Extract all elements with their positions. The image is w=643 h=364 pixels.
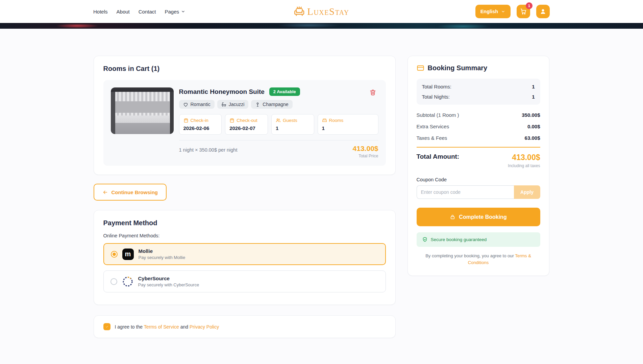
agreement-text: I agree to the Terms of Service and Priv… [115,324,219,330]
room-total-price: 413.00$ [353,145,378,153]
total-amount-value: 413.00$ [512,153,540,162]
payment-method-card: Payment Method Online Payment Methods: m… [94,210,396,305]
cybersource-description: Pay securely with CyberSource [138,282,199,287]
lock-icon [450,214,455,220]
payment-method-title: Payment Method [103,219,386,227]
payment-option-cybersource[interactable]: CyberSource Pay securely with CyberSourc… [103,270,386,292]
subtotal-row: Subtotal (1 Room ) 350.00$ [417,112,540,118]
calendar-icon [229,118,234,123]
mollie-logo: m [122,249,134,260]
logo[interactable]: LuxeStay [294,6,349,17]
cybersource-name: CyberSource [138,276,199,281]
totals-box: Total Rooms: 1 Total Nights: 1 [417,79,540,105]
rooms-in-cart-title: Rooms in Cart (1) [103,65,386,73]
cybersource-radio[interactable] [110,278,117,285]
summary-terms-note: By completing your booking, you agree to… [417,253,540,266]
tag-jacuzzi: Jacuzzi [217,100,249,109]
sofa-logo-icon [294,6,304,17]
main-nav: Hotels About Contact Pages [93,9,186,15]
booking-summary-card: Booking Summary Total Rooms: 1 Total Nig… [407,56,549,276]
nav-item-hotels[interactable]: Hotels [93,9,108,15]
summary-divider [417,147,540,148]
checkout-value: 2026-02-07 [229,125,264,131]
total-amount-note: Including all taxes [417,163,540,168]
price-note: 1 night × 350.00$ per night [179,145,238,153]
summary-terms-prefix: By completing your booking, you agree to… [425,253,515,258]
booking-summary-title: Booking Summary [428,64,488,72]
cart-badge: 1 [526,2,533,9]
extra-services-label: Extra Services [417,124,449,129]
language-button[interactable]: English [475,5,511,18]
room-tags: Romantic Jacuzzi Champagne [179,100,378,109]
cart-icon [520,8,527,15]
payment-option-mollie[interactable]: m Mollie Pay securely with Mollie [103,243,386,265]
check-icon [105,324,108,329]
calendar-icon [183,118,189,123]
rooms-value: 1 [322,125,374,131]
tag-label: Romantic [191,102,211,107]
cybersource-logo [122,276,133,287]
taxes-fees-label: Taxes & Fees [417,135,447,141]
tag-romantic: Romantic [179,100,215,109]
subtotal-value: 350.00$ [522,112,540,118]
coupon-group: Apply [417,185,540,199]
tag-champagne: Champagne [251,100,292,109]
nav-item-pages-label: Pages [165,9,179,15]
header-actions: English 1 [475,5,550,18]
checkin-field: Check-in 2026-02-06 [179,114,222,135]
total-nights-row: Total Nights: 1 [422,94,535,100]
guests-value: 1 [276,125,310,131]
nav-item-about[interactable]: About [117,9,130,15]
checkout-field: Check-out 2026-02-07 [225,114,268,135]
agreement-card: I agree to the Terms of Service and Priv… [94,315,396,338]
mollie-description: Pay securely with Mollie [139,255,186,260]
language-label: English [480,9,498,14]
room-name: Romantic Honeymoon Suite [179,88,265,96]
complete-booking-button[interactable]: Complete Booking [417,208,540,226]
secure-booking-box: Secure booking guaranteed [417,232,540,247]
trash-icon [369,89,376,96]
secure-booking-text: Secure booking guaranteed [431,237,487,242]
total-rooms-row: Total Rooms: 1 [422,84,535,89]
nav-item-contact[interactable]: Contact [139,9,156,15]
guests-field: Guests 1 [271,114,314,135]
coupon-input[interactable] [417,185,514,199]
total-rooms-value: 1 [532,84,535,89]
nav-item-pages[interactable]: Pages [165,9,186,15]
coupon-code-label: Coupon Code [417,177,540,182]
taxes-fees-value: 63.00$ [525,135,540,141]
cart-button[interactable]: 1 [517,5,530,18]
hero-image-strip [0,23,643,29]
extra-services-row: Extra Services 0.00$ [417,124,540,129]
shield-check-icon [422,237,428,242]
rooms-in-cart-card: Rooms in Cart (1) Romantic Honeymoon Sui… [94,56,396,175]
taxes-fees-row: Taxes & Fees 63.00$ [417,135,540,141]
tag-label: Jacuzzi [229,102,245,107]
total-amount-label: Total Amount: [417,153,460,160]
credit-card-icon [417,64,424,72]
extra-services-value: 0.00$ [527,124,540,129]
remove-room-button[interactable] [369,88,377,97]
heart-icon [183,102,188,107]
room-cart-item: Romantic Honeymoon Suite 2 Available Rom… [103,80,386,166]
mollie-radio[interactable] [111,251,118,258]
privacy-policy-link[interactable]: Privacy Policy [190,324,219,330]
rooms-label: Rooms [329,118,344,123]
booking-fields: Check-in 2026-02-06 Check-out 2026-02-07 [179,114,378,135]
arrow-left-icon [102,189,108,195]
apply-coupon-button[interactable]: Apply [514,185,540,199]
profile-button[interactable] [536,5,550,18]
continue-browsing-button[interactable]: Continue Browsing [94,184,167,201]
total-rooms-label: Total Rooms: [422,84,452,89]
payment-subtitle: Online Payment Methods: [103,233,386,238]
total-nights-value: 1 [532,94,535,100]
chevron-down-icon [181,9,186,14]
agreement-prefix: I agree to the [115,324,144,330]
agreement-conjunction: and [179,324,190,330]
terms-of-service-link[interactable]: Terms of Service [144,324,179,330]
logo-text: LuxeStay [307,6,349,17]
subtotal-label: Subtotal (1 Room ) [417,112,459,118]
chevron-down-icon [501,9,505,14]
agree-checkbox[interactable] [103,323,110,330]
room-content: Romantic Honeymoon Suite 2 Available Rom… [179,87,378,158]
